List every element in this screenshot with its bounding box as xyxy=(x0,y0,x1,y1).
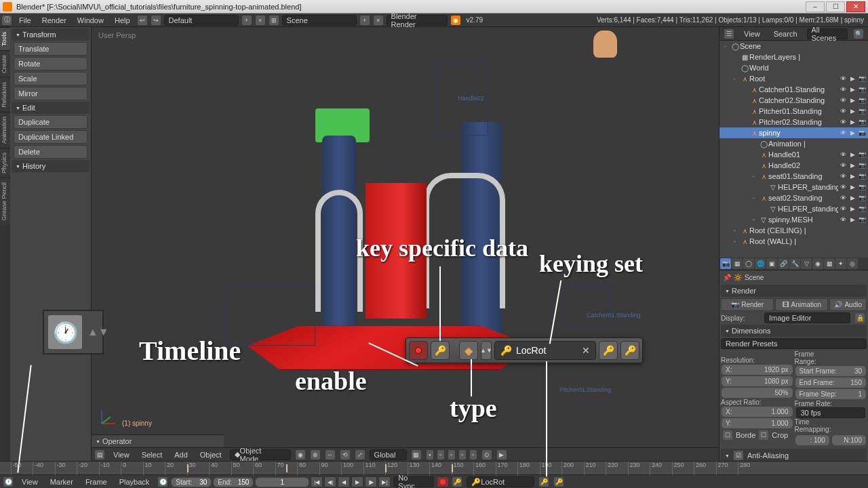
restrict-icon[interactable]: 👁 xyxy=(838,171,848,181)
duplicate-button[interactable]: Duplicate xyxy=(14,115,87,129)
minimize-button[interactable]: – xyxy=(806,1,825,12)
end-frame-input[interactable]: End:150 xyxy=(213,477,254,487)
outliner-item[interactable]: −⋏Root👁▶📷 xyxy=(719,73,868,84)
restrict-icon[interactable]: 👁 xyxy=(838,117,848,127)
keyframe-type-updown[interactable]: ▲▼ xyxy=(481,341,492,360)
restrict-icon[interactable]: ▶ xyxy=(848,150,857,159)
tl-menu-playback[interactable]: Playback xyxy=(114,475,155,488)
back-icon[interactable]: ↩ xyxy=(138,16,147,25)
sync-dropdown[interactable]: No Sync xyxy=(393,476,434,487)
delete-keyframe-button[interactable]: 🔑 xyxy=(620,341,639,360)
outliner-item[interactable]: ⋏Catcher02.Standing👁▶📷 xyxy=(719,95,868,106)
restrict-icon[interactable]: 📷 xyxy=(857,182,867,192)
aspect-y-field[interactable]: Y:1.000 xyxy=(721,418,793,429)
pin-icon[interactable]: 📌 xyxy=(723,274,731,281)
menu-window[interactable]: Window xyxy=(72,14,109,27)
render-tab-icon[interactable]: 📷 xyxy=(720,258,731,269)
manip-scale-icon[interactable]: ⤢ xyxy=(355,450,365,460)
constraints-tab-icon[interactable]: 🔗 xyxy=(778,258,789,269)
history-header[interactable]: History xyxy=(12,160,90,172)
delete-keyframe-icon[interactable]: 🔑 xyxy=(554,477,564,487)
tool-tab-tools[interactable]: Tools xyxy=(0,27,10,50)
jump-start-button[interactable]: |◀ xyxy=(311,476,323,487)
outliner-item[interactable]: +⋏Root (WALL) | xyxy=(719,236,868,247)
outliner-item[interactable]: ▽HELPER_standing.F👁▶📷 xyxy=(719,203,868,214)
menu-file[interactable]: File xyxy=(14,14,37,27)
screen-layout-dropdown[interactable]: Default xyxy=(164,15,239,26)
restrict-icon[interactable]: 📷 xyxy=(857,74,867,83)
particles-tab-icon[interactable]: ✦ xyxy=(835,258,846,269)
scene-dropdown[interactable]: Scene xyxy=(282,15,357,26)
outliner-tree[interactable]: −◯Scene▦RenderLayers |◯World−⋏Root👁▶📷⋏Ca… xyxy=(719,41,868,258)
tl-menu-marker[interactable]: Marker xyxy=(45,475,79,488)
snap-icon[interactable]: ⊙ xyxy=(482,450,492,460)
render-presets-dropdown[interactable]: Render Presets xyxy=(721,338,867,349)
outliner-item[interactable]: −⋏spinny👁▶📷 xyxy=(719,127,868,138)
editor-type-outliner-icon[interactable]: ☰ xyxy=(724,29,734,39)
render-audio-button[interactable]: 🔊 Audio xyxy=(829,298,867,311)
restrict-icon[interactable]: 👁 xyxy=(838,161,848,170)
physics-tab-icon[interactable]: ◎ xyxy=(847,258,858,269)
keyframe-next-button[interactable]: |▶ xyxy=(365,476,377,487)
add-scene-icon[interactable]: + xyxy=(360,16,370,25)
res-y-field[interactable]: Y:1080 px xyxy=(721,375,793,387)
restrict-icon[interactable]: 📷 xyxy=(857,117,867,127)
restrict-icon[interactable]: ▶ xyxy=(848,74,857,83)
aa-checkbox[interactable]: ☑ xyxy=(734,451,743,460)
outliner-item[interactable]: ⋏Pitcher01.Standing👁▶📷 xyxy=(719,106,868,117)
restrict-icon[interactable]: 👁 xyxy=(838,74,848,83)
pivot-icon[interactable]: ⊕ xyxy=(311,450,320,460)
menu-render[interactable]: Render xyxy=(37,14,72,27)
restrict-icon[interactable]: 👁 xyxy=(838,85,848,94)
editor-type-timeline-icon[interactable]: 🕐 xyxy=(3,477,13,487)
layers-icon[interactable]: ▦ xyxy=(412,450,421,460)
transform-header[interactable]: Transform xyxy=(12,28,90,41)
outliner-view[interactable]: View xyxy=(738,27,766,41)
start-frame-field[interactable]: Start Frame:30 xyxy=(795,365,867,377)
restrict-icon[interactable]: 👁 xyxy=(838,204,848,214)
res-pct-field[interactable]: 50% xyxy=(721,387,793,399)
aa-section-header[interactable]: ☑Anti-Aliasing xyxy=(721,449,867,462)
jump-end-button[interactable]: ▶| xyxy=(378,476,391,487)
restrict-icon[interactable]: 👁 xyxy=(838,128,848,138)
material-tab-icon[interactable]: ◉ xyxy=(812,258,823,269)
shading-icon[interactable]: ◉ xyxy=(296,450,305,460)
outliner-item[interactable]: +▽spinny.MESH👁▶📷 xyxy=(719,214,868,225)
timeline-ruler[interactable]: -50-40-30-20-100102030405060708090100110… xyxy=(0,462,868,475)
restrict-icon[interactable]: 📷 xyxy=(857,171,867,181)
operator-header[interactable]: Operator xyxy=(92,435,224,447)
outliner-item[interactable]: ▦RenderLayers | xyxy=(719,52,868,62)
restrict-icon[interactable]: ▶ xyxy=(848,106,857,116)
render-section-header[interactable]: Render xyxy=(721,285,867,297)
vp-menu-view[interactable]: View xyxy=(108,448,135,462)
tl-menu-frame[interactable]: Frame xyxy=(80,475,113,488)
tool-tab-relations[interactable]: Relations xyxy=(0,77,10,112)
close-button[interactable]: ✕ xyxy=(846,1,865,12)
time-old-field[interactable]: : 100 xyxy=(795,434,830,446)
restrict-icon[interactable]: 👁 xyxy=(838,96,848,105)
restrict-icon[interactable]: 📷 xyxy=(857,106,867,116)
current-frame-input[interactable]: 1 xyxy=(255,477,309,487)
vp-menu-select[interactable]: Select xyxy=(136,448,168,462)
time-new-field[interactable]: N:100 xyxy=(831,434,867,446)
outliner-item[interactable]: ▽HELPER_standing.F👁▶📷 xyxy=(719,182,868,192)
restrict-icon[interactable]: ▶ xyxy=(848,96,857,105)
restrict-icon[interactable]: 📷 xyxy=(857,128,867,138)
texture-tab-icon[interactable]: ▩ xyxy=(824,258,835,269)
3d-viewport[interactable]: Handle02 Catcher01.Standing Pitcher01.St… xyxy=(92,27,719,461)
use-preview-icon[interactable]: 🕐 xyxy=(158,477,167,487)
layer-buttons[interactable]: ▪▫▫▫▫ xyxy=(425,450,479,460)
restrict-icon[interactable]: ▶ xyxy=(848,117,857,127)
restrict-icon[interactable]: 📷 xyxy=(857,85,867,94)
outliner-item[interactable]: ◯Animation | xyxy=(719,138,868,149)
outliner-item[interactable]: −⋏seat02.Standing👁▶📷 xyxy=(719,192,868,203)
delete-button[interactable]: Delete xyxy=(14,145,87,159)
restrict-icon[interactable]: ▶ xyxy=(848,182,857,192)
restrict-icon[interactable]: 👁 xyxy=(838,106,848,116)
restrict-icon[interactable]: 👁 xyxy=(838,150,848,159)
outliner-item[interactable]: −⋏seat01.Standing👁▶📷 xyxy=(719,171,868,182)
restrict-icon[interactable]: 📷 xyxy=(857,204,867,214)
display-dropdown[interactable]: Image Editor xyxy=(764,312,850,323)
del-scene-icon[interactable]: × xyxy=(374,16,383,25)
aspect-x-field[interactable]: X:1.000 xyxy=(721,406,793,418)
